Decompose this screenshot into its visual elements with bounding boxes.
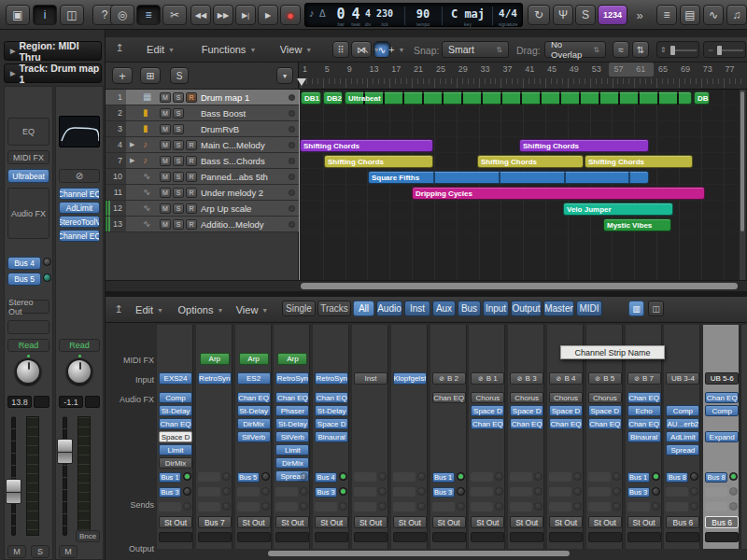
- audio-fx-slot[interactable]: Chorus: [588, 392, 622, 403]
- editors-icon[interactable]: ✂: [162, 5, 187, 25]
- region-shifting-chords[interactable]: Shifting Chords: [300, 139, 433, 152]
- region-shifting-chords[interactable]: Shifting Chords: [324, 155, 433, 168]
- lcd-position-div[interactable]: 4: [363, 8, 373, 19]
- mixer-menu-edit[interactable]: Edit▼: [129, 301, 170, 318]
- duplicate-track-button[interactable]: ⊞: [140, 67, 161, 84]
- solo-button[interactable]: S: [173, 156, 184, 166]
- channel-strip-1[interactable]: EXS24CompSt-DelayChan EQSpace DLimitDirM…: [156, 325, 193, 549]
- vertical-auto-zoom-icon[interactable]: ⇅: [632, 41, 649, 58]
- mute-button[interactable]: M: [160, 219, 171, 230]
- send-knob[interactable]: [652, 487, 660, 496]
- region-shifting-chords[interactable]: Shifting Chords: [477, 155, 584, 168]
- instrument-slot-ultrabeat[interactable]: Ultrabeat: [7, 169, 49, 183]
- send-slot[interactable]: Bus 5: [237, 472, 260, 483]
- output-peak-value[interactable]: [85, 396, 100, 408]
- track-pan-knob[interactable]: [15, 358, 41, 385]
- audio-fx-slot[interactable]: DirMix: [237, 418, 271, 429]
- add-track-button[interactable]: +: [112, 67, 133, 84]
- browsers-icon[interactable]: ♫: [726, 5, 747, 25]
- audio-fx-slot[interactable]: DirMix: [159, 457, 192, 469]
- input-slot[interactable]: Klopfgeist: [393, 372, 427, 385]
- input-slot[interactable]: RetroSyn: [198, 372, 232, 385]
- send-slot[interactable]: Bus 8: [705, 472, 727, 483]
- input-slot[interactable]: ⊘B 7: [627, 372, 661, 385]
- automation-mode-button[interactable]: Read: [7, 339, 49, 352]
- audio-fx-slot[interactable]: Chan EQ: [237, 392, 271, 403]
- library-icon[interactable]: ▣: [6, 5, 30, 25]
- audio-fx-slot[interactable]: Chan EQ: [159, 418, 192, 429]
- group-slot[interactable]: [432, 532, 466, 542]
- inspector-icon[interactable]: i: [33, 5, 57, 25]
- input-slot[interactable]: ⊘B 1: [471, 372, 504, 385]
- audio-fx-slot[interactable]: Chorus: [549, 392, 583, 403]
- input-slot[interactable]: ⊘B 5: [588, 372, 622, 385]
- eq-slot[interactable]: EQ: [7, 118, 49, 146]
- channel-strip-15[interactable]: UB 5-6Chan EQCompExpandBus 8Bus 6: [702, 325, 740, 549]
- vertical-scrollbar[interactable]: [739, 90, 745, 280]
- drag-dots-icon[interactable]: ⠿: [332, 41, 349, 58]
- audio-fx-slot[interactable]: Chan EQ: [627, 418, 661, 429]
- track-row-11[interactable]: 11∿MSRUnder melody 2: [106, 185, 299, 201]
- send-slot-bus-5[interactable]: Bus 5: [7, 273, 41, 286]
- drag-dropdown[interactable]: No Overlap⇅: [544, 41, 606, 58]
- note-pads-icon[interactable]: ▤: [680, 5, 700, 25]
- audio-fx-slot[interactable]: AdLimit: [666, 431, 699, 442]
- input-monitor-icon[interactable]: [289, 142, 295, 148]
- count-in-button[interactable]: 1234: [598, 5, 627, 25]
- audio-fx-slot[interactable]: Limit: [275, 444, 309, 455]
- solo-button[interactable]: S: [173, 92, 184, 103]
- track-inspector-header[interactable]: ▶ Track: Drum map 1: [4, 63, 102, 83]
- audio-fx-plugin-3[interactable]: Channel EQ: [59, 230, 100, 242]
- input-slot[interactable]: ⊘B 4: [549, 372, 583, 385]
- record-enable-button[interactable]: R: [186, 203, 197, 214]
- track-row-13[interactable]: 13∿MSRAdditio...Melody: [106, 217, 299, 232]
- lcd-display[interactable]: ♪Δ0bar4beat4div230tick90tempoC majkey4/4…: [304, 3, 523, 27]
- output-slot[interactable]: St Out: [549, 516, 583, 528]
- lcd-position-beat[interactable]: 4: [350, 6, 361, 22]
- track-mute-button[interactable]: M: [7, 545, 26, 558]
- lcd-position-tick[interactable]: 230: [374, 8, 395, 19]
- output-slot[interactable]: St Out: [275, 516, 309, 528]
- mute-button[interactable]: M: [160, 188, 171, 198]
- audio-fx-slot[interactable]: Spread: [666, 444, 699, 455]
- channel-strip-8[interactable]: ⊘B 2Chan EQBus 1Bus 3St Out: [430, 325, 467, 549]
- channel-strip-7[interactable]: KlopfgeistSt Out: [390, 325, 428, 549]
- disclosure-triangle-icon[interactable]: ▶: [130, 157, 134, 164]
- group-slot[interactable]: [471, 532, 504, 542]
- input-monitor-icon[interactable]: [289, 126, 295, 133]
- mixer-filter-aux[interactable]: Aux: [432, 301, 456, 316]
- audio-fx-slot[interactable]: St-Delay: [275, 418, 309, 429]
- audio-fx-slot[interactable]: DirMix: [275, 457, 309, 469]
- region-dripping-cycles[interactable]: Dripping Cycles: [412, 187, 705, 200]
- audio-fx-slot[interactable]: Space D: [549, 405, 583, 416]
- send-knob[interactable]: [339, 472, 347, 481]
- metronome-icon[interactable]: Δ: [319, 8, 326, 19]
- input-slot[interactable]: ES2: [237, 372, 271, 385]
- group-slot[interactable]: [315, 532, 348, 542]
- audio-fx-slot[interactable]: Echo: [627, 405, 661, 416]
- mixer-horizontal-scrollbar[interactable]: [268, 551, 570, 556]
- channel-strip-14[interactable]: UB 3-4CompAU...erb2AdLimitSpreadBus 8Bus…: [663, 325, 700, 549]
- mixer-menu-options[interactable]: Options▼: [174, 301, 228, 318]
- midi-fx-slot[interactable]: MIDI FX: [7, 150, 49, 164]
- track-peak-value[interactable]: [34, 396, 49, 408]
- waveform-zoom-icon[interactable]: ≈: [613, 41, 629, 58]
- send-knob[interactable]: [339, 487, 347, 496]
- tracks-menu-functions[interactable]: Functions▼: [191, 41, 266, 58]
- track-sort-menu[interactable]: ▾: [276, 67, 293, 84]
- region-ultrabeat[interactable]: Ultrabeat: [345, 91, 692, 105]
- tracks-menu-view[interactable]: View▼: [272, 41, 320, 58]
- mixer-filter-inst[interactable]: Inst: [404, 301, 430, 316]
- output-slot[interactable]: Stereo Out: [7, 300, 49, 314]
- region-square-fifths[interactable]: Square Fifths: [368, 171, 649, 184]
- record-enable-button[interactable]: R: [186, 92, 197, 103]
- mixer-filter-master[interactable]: Master: [543, 301, 574, 316]
- send-slot-bus-4[interactable]: Bus 4: [7, 257, 41, 270]
- channel-strip-2[interactable]: ArpRetroSynBus 7: [195, 325, 233, 549]
- audio-fx-slot[interactable]: Comp: [705, 405, 739, 416]
- group-slot[interactable]: [705, 532, 739, 542]
- audio-fx-slot[interactable]: Space D: [315, 418, 348, 429]
- secondary-tool[interactable]: +▼: [386, 41, 408, 58]
- input-monitor-icon[interactable]: [289, 110, 295, 117]
- catch-playhead-icon[interactable]: ↥: [111, 303, 126, 318]
